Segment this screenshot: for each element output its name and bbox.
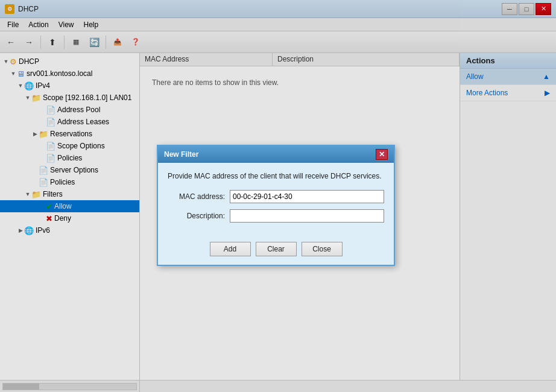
modal-overlay: New Filter ✕ Provide MAC address of the … [0,0,556,392]
modal-description: Provide MAC address of the client that w… [168,171,384,182]
modal-field-description: Description: [168,209,384,223]
modal-title: New Filter [164,150,198,159]
close-dialog-button[interactable]: Close [302,242,343,256]
mac-address-label: MAC address: [168,192,225,201]
clear-button[interactable]: Clear [256,242,297,256]
mac-address-input[interactable] [230,190,384,203]
modal-title-bar: New Filter ✕ [158,146,394,163]
modal-body: Provide MAC address of the client that w… [158,163,394,237]
modal-field-mac: MAC address: [168,190,384,203]
add-button[interactable]: Add [210,242,251,256]
description-label: Description: [168,212,225,220]
modal-footer: Add Clear Close [158,237,394,265]
description-input[interactable] [230,209,384,223]
modal-close-button[interactable]: ✕ [376,149,388,160]
new-filter-dialog: New Filter ✕ Provide MAC address of the … [157,145,395,266]
